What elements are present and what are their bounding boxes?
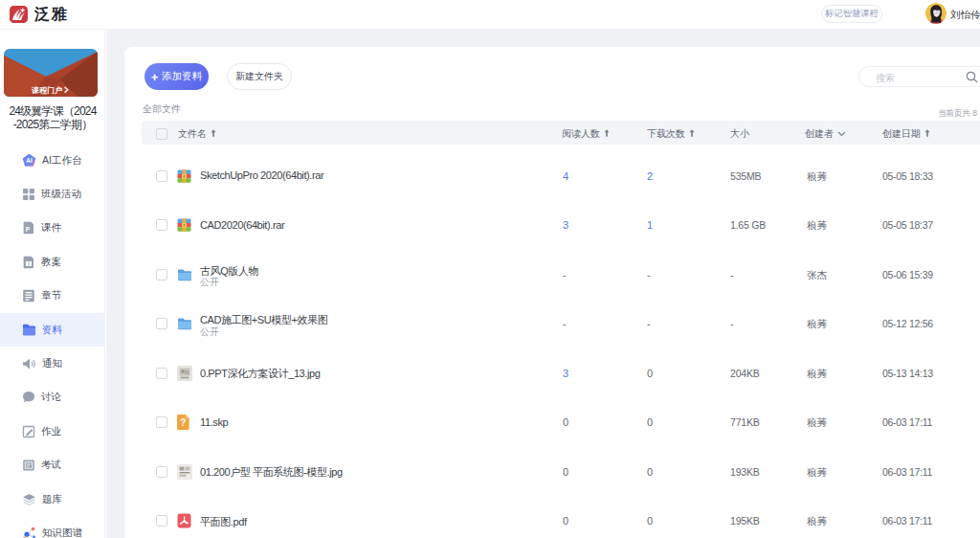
svg-text:P: P [26, 226, 31, 233]
svg-text:AI: AI [26, 157, 33, 164]
svg-text:?: ? [180, 417, 186, 428]
svg-text:课程门户: 课程门户 [31, 85, 62, 95]
